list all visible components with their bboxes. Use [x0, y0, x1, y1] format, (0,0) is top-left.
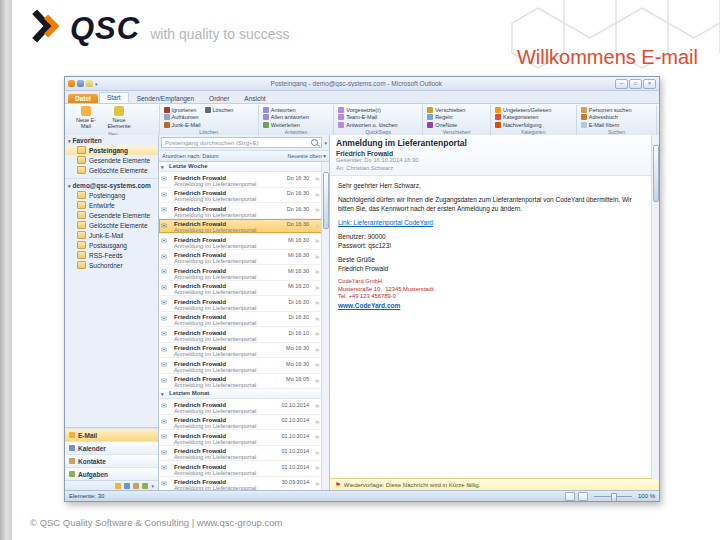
- ribbon-button-allen-antworten[interactable]: Allen antworten: [263, 114, 309, 122]
- ribbon-button-vorgesetzte-r[interactable]: Vorgesetzte(r): [338, 106, 397, 114]
- ribbon-button-verschieben[interactable]: Verschieben: [427, 106, 465, 114]
- title-bar[interactable]: ▾ Posteingang - demo@qsc-systems.com - M…: [65, 77, 659, 91]
- zoom-knob[interactable]: [611, 493, 617, 502]
- mail-list-scrollbar[interactable]: [321, 162, 329, 491]
- view-reading-icon[interactable]: [578, 492, 588, 501]
- nav-button-kontakte[interactable]: Kontakte: [65, 454, 158, 467]
- contacts-mini-icon[interactable]: [133, 483, 139, 489]
- mail-list-item[interactable]: ✉Friedrich FrowaldAnmeldung im Lieferant…: [159, 415, 322, 431]
- tab-senden-empfangen[interactable]: Senden/Empfangen: [130, 94, 201, 103]
- mail-list-item[interactable]: ✉Friedrich FrowaldAnmeldung im Lieferant…: [159, 327, 322, 343]
- mail-list-item[interactable]: ✉Friedrich FrowaldAnmeldung im Lieferant…: [159, 430, 322, 446]
- mail-group-header[interactable]: ▾Letzten Monat: [159, 389, 322, 399]
- quickstep-icon: [338, 107, 344, 113]
- nav-button-e-mail[interactable]: E-Mail: [65, 428, 158, 441]
- mail-group-header[interactable]: ▾Letzte Woche: [159, 162, 322, 172]
- tab-ordner[interactable]: Ordner: [202, 94, 236, 103]
- undo-icon[interactable]: [86, 80, 93, 87]
- body-line: Nachfolgend dürfen wir Ihnen die Zugangs…: [338, 195, 638, 213]
- ribbon-button-adressbuch[interactable]: Adressbuch: [581, 114, 632, 122]
- reading-pane-scrollbar[interactable]: [651, 135, 659, 479]
- folder-item-gesendete-elemente[interactable]: Gesendete Elemente: [65, 155, 158, 165]
- minimize-button[interactable]: ─: [615, 79, 628, 89]
- ribbon-button-onenote[interactable]: OneNote: [427, 121, 465, 129]
- tab-start[interactable]: Start: [99, 92, 129, 103]
- inbox-search-input[interactable]: Posteingang durchsuchen (Strg+E): [161, 137, 322, 148]
- mail-list-item[interactable]: ✉Friedrich FrowaldAnmeldung im Lieferant…: [159, 312, 322, 328]
- nav-options-icon[interactable]: ▾: [151, 483, 154, 489]
- ribbon-button-neue-elemente[interactable]: Neue Elemente: [104, 106, 134, 131]
- envelope-icon: ✉: [161, 191, 167, 199]
- mail-list-item[interactable]: ✉Friedrich FrowaldAnmeldung im Lieferant…: [159, 234, 322, 250]
- ribbon-group-suchen: Personen suchenAdressbuchE-Mail filternS…: [577, 105, 657, 138]
- body-line: Sehr geehrter Herr Schwarz,: [338, 181, 638, 190]
- ribbon-button-e-mail-filtern[interactable]: E-Mail filtern: [581, 121, 632, 129]
- ribbon-button-l-schen[interactable]: Löschen: [205, 106, 234, 114]
- folder-item-gel-schte-elemente[interactable]: Gelöschte Elemente: [65, 220, 158, 230]
- qat-dropdown-icon[interactable]: ▾: [95, 81, 98, 87]
- mail-list-item[interactable]: ✉Friedrich FrowaldAnmeldung im Lieferant…: [159, 188, 322, 204]
- ribbon-button-regeln[interactable]: Regeln: [427, 114, 465, 122]
- mail-mini-icon[interactable]: [115, 483, 121, 489]
- folder-item-entw-rfe[interactable]: Entwürfe: [65, 200, 158, 210]
- mail-list-item[interactable]: ✉Friedrich FrowaldAnmeldung im Lieferant…: [159, 281, 322, 297]
- ribbon-button-personen-suchen[interactable]: Personen suchen: [581, 106, 632, 114]
- nav-button-kalender[interactable]: Kalender: [65, 441, 158, 454]
- window-title: Posteingang - demo@qsc-systems.com - Mic…: [101, 80, 612, 87]
- ribbon-button-antworten[interactable]: Antworten: [263, 106, 309, 114]
- ribbon-button-kategorisieren[interactable]: Kategorisieren: [495, 114, 551, 122]
- maximize-button[interactable]: □: [629, 79, 642, 89]
- mail-list-item[interactable]: ✉Friedrich FrowaldAnmeldung im Lieferant…: [159, 461, 322, 477]
- ribbon-button-team-e-mail[interactable]: Team-E-Mail: [338, 114, 397, 122]
- email-link[interactable]: Link: Lieferantenportal CodeYard: [338, 218, 643, 227]
- scrollbar-thumb[interactable]: [653, 145, 659, 202]
- email-link[interactable]: www.CodeYard.com: [338, 301, 643, 311]
- folder-item-posteingang[interactable]: Posteingang: [65, 145, 158, 155]
- search-scope-icon[interactable]: ▾: [324, 140, 327, 146]
- ribbon-button-ungelesen-gelesen[interactable]: Ungelesen/Gelesen: [495, 106, 551, 114]
- mail-list-item[interactable]: ✉Friedrich FrowaldAnmeldung im Lieferant…: [159, 374, 322, 390]
- sort-direction-button[interactable]: Neueste oben ▾: [287, 153, 326, 159]
- send-receive-icon[interactable]: [77, 80, 84, 87]
- scrollbar-thumb[interactable]: [323, 172, 329, 229]
- mail-list-item[interactable]: ✉Friedrich FrowaldAnmeldung im Lieferant…: [159, 358, 322, 374]
- slide: QSC with quality to success Willkommens …: [0, 0, 720, 540]
- ribbon-button-junk-e-mail[interactable]: Junk-E-Mail: [164, 121, 201, 129]
- account-header[interactable]: ▾ demo@qsc-systems.com: [65, 178, 158, 190]
- mail-list-item[interactable]: ✉Friedrich FrowaldAnmeldung im Lieferant…: [159, 172, 322, 188]
- tasks-mini-icon[interactable]: [142, 483, 148, 489]
- mail-list-item[interactable]: ✉Friedrich FrowaldAnmeldung im Lieferant…: [159, 203, 322, 219]
- folder-item-gel-schte-elemente[interactable]: Gelöschte Elemente: [65, 165, 158, 175]
- mail-list-item[interactable]: ✉Friedrich FrowaldAnmeldung im Lieferant…: [159, 477, 322, 492]
- tab-datei[interactable]: Datei: [68, 94, 98, 103]
- folder-item-suchordner[interactable]: Suchordner: [65, 260, 158, 270]
- favorites-header[interactable]: ▾ Favoriten: [65, 135, 158, 145]
- mail-list-item[interactable]: ✉Friedrich FrowaldAnmeldung im Lieferant…: [159, 446, 322, 462]
- calendar-mini-icon[interactable]: [124, 483, 130, 489]
- view-normal-icon[interactable]: [565, 492, 575, 501]
- folder-item-rss-feeds[interactable]: RSS-Feeds: [65, 250, 158, 260]
- ribbon-button-ignorieren[interactable]: Ignorieren: [164, 106, 201, 114]
- zoom-slider[interactable]: [594, 496, 632, 497]
- folder-item-postausgang[interactable]: Postausgang: [65, 240, 158, 250]
- mail-list-item[interactable]: ✉Friedrich FrowaldAnmeldung im Lieferant…: [159, 343, 322, 359]
- mail-list-item[interactable]: ✉Friedrich FrowaldAnmeldung im Lieferant…: [159, 296, 322, 312]
- mail-list-item[interactable]: ✉Friedrich FrowaldAnmeldung im Lieferant…: [159, 250, 322, 266]
- ribbon-button-neue-e-mail[interactable]: Neue E-Mail: [71, 106, 101, 131]
- ribbon-button-weiterleiten[interactable]: Weiterleiten: [263, 121, 309, 129]
- mail-list-item[interactable]: ✉Friedrich FrowaldAnmeldung im Lieferant…: [159, 219, 322, 235]
- close-button[interactable]: ×: [643, 79, 656, 89]
- mail-list-item[interactable]: ✉Friedrich FrowaldAnmeldung im Lieferant…: [159, 265, 322, 281]
- folder-item-gesendete-elemente[interactable]: Gesendete Elemente: [65, 210, 158, 220]
- ribbon-button-nachverfolgung[interactable]: Nachverfolgung: [495, 121, 551, 129]
- item-count: Elemente: 30: [69, 493, 104, 499]
- mail-list-item[interactable]: ✉Friedrich FrowaldAnmeldung im Lieferant…: [159, 399, 322, 415]
- nav-button-aufgaben[interactable]: Aufgaben: [65, 467, 158, 480]
- folder-item-posteingang[interactable]: Posteingang: [65, 190, 158, 200]
- folder-item-junk-e-mail[interactable]: Junk-E-Mail: [65, 230, 158, 240]
- ribbon-button-aufr-umen[interactable]: Aufräumen: [164, 114, 201, 122]
- ribbon-button-antworten-u-l-schen[interactable]: Antworten u. löschen: [338, 121, 397, 129]
- tab-ansicht[interactable]: Ansicht: [237, 94, 272, 103]
- sort-by-button[interactable]: Anordnen nach: Datum: [162, 153, 219, 159]
- envelope-icon: ✉: [161, 377, 167, 385]
